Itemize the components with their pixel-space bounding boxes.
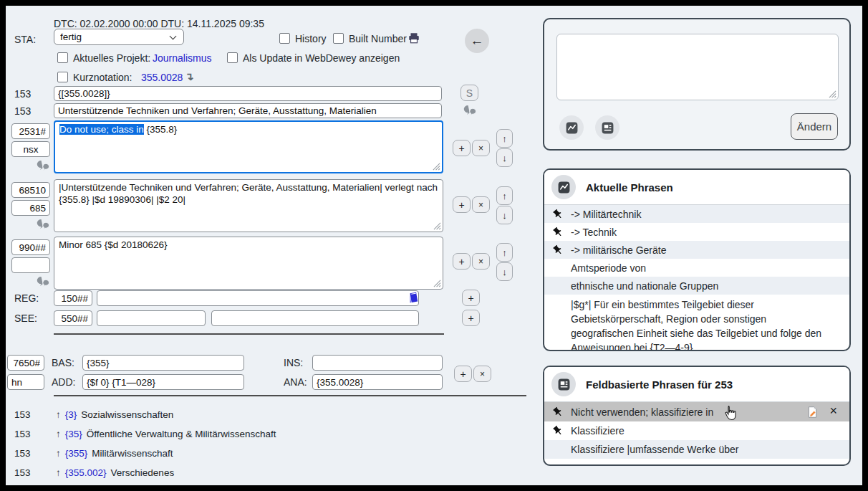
tag-input-68510[interactable]	[11, 182, 50, 198]
corner-arrow-icon[interactable]: ↴	[185, 70, 194, 83]
see-value-input-1[interactable]	[97, 310, 206, 326]
pushpin-icon[interactable]	[552, 244, 564, 256]
close-icon[interactable]: ×	[829, 404, 837, 419]
move-up-button[interactable]: ↑	[496, 243, 513, 262]
panel-title: Aktuelle Phrasen	[586, 181, 673, 194]
move-up-button[interactable]: ↑	[496, 129, 513, 148]
up-arrow-icon: ↑	[56, 467, 61, 478]
resize-grip-icon[interactable]	[433, 222, 441, 230]
phrase-item[interactable]: -> Technik	[544, 223, 849, 241]
add-reg-button[interactable]: +	[462, 290, 480, 306]
comment-bubble-icon[interactable]	[37, 160, 50, 171]
index-book-icon[interactable]	[408, 292, 420, 304]
comment-bubble-icon[interactable]	[37, 219, 50, 229]
phrase-item[interactable]: ethnische und nationale Gruppen	[544, 277, 849, 295]
resize-grip-icon[interactable]	[829, 90, 836, 98]
chart-zigzag-icon	[551, 175, 576, 199]
subtag-input-nsx[interactable]	[11, 141, 50, 157]
dtc-dtu-timestamps: DTC: 02.02.2000 00:00 DTU: 14.11.2025 09…	[54, 18, 264, 29]
comment-textarea[interactable]	[556, 34, 839, 100]
bas-input[interactable]	[82, 355, 244, 371]
see-tag-input[interactable]	[54, 310, 92, 326]
subtag-input-hn[interactable]	[7, 374, 44, 390]
aktuelles-projekt-checkbox[interactable]	[57, 52, 68, 63]
phrase-item[interactable]: |$g*| Für ein bestimmtes Teilgebiet dies…	[544, 295, 849, 351]
hierarchy-number-link[interactable]: {35}	[65, 429, 82, 439]
add-see-button[interactable]: +	[462, 310, 480, 326]
hierarchy-number-link[interactable]: {355}	[65, 448, 88, 459]
phrase-item[interactable]: -> Militärtechnik	[544, 205, 849, 223]
resize-grip-icon[interactable]	[433, 163, 440, 171]
add-synth-button[interactable]: +	[454, 366, 472, 382]
edit-document-icon[interactable]	[807, 406, 818, 418]
phrase-item[interactable]: Klassifiziere |umfassende Werke über	[544, 440, 849, 459]
comment-bubble-icon[interactable]	[463, 105, 477, 115]
pushpin-icon[interactable]	[552, 406, 564, 418]
minor-note-textarea[interactable]: Minor 685 {$d 20180626}	[54, 237, 443, 290]
als-update-checkbox[interactable]	[227, 52, 238, 63]
see-value-input-2[interactable]	[211, 310, 419, 326]
add-field-button[interactable]: +	[453, 196, 471, 213]
phrase-item[interactable]: Amtsperiode von	[544, 259, 849, 277]
note-rest-text: {355.8}	[144, 124, 178, 135]
tag-input-7650[interactable]	[7, 355, 44, 371]
remove-field-button[interactable]: ×	[472, 140, 490, 156]
move-down-button[interactable]: ↓	[496, 206, 513, 224]
phrase-item[interactable]: -> militärische Geräte	[544, 241, 849, 259]
move-up-button[interactable]: ↑	[496, 186, 513, 205]
als-update-label: Als Update in WebDewey anzeigen	[243, 52, 400, 64]
panel-title: Feldbasierte Phrasen für 253	[586, 378, 733, 391]
add-input[interactable]	[82, 374, 244, 390]
ins-input[interactable]	[312, 355, 443, 371]
s-button[interactable]: S	[460, 85, 478, 101]
print-icon[interactable]	[408, 32, 420, 44]
comment-bubble-icon[interactable]	[37, 276, 50, 287]
field-phrases-toggle-button[interactable]	[595, 115, 619, 140]
section-divider	[54, 395, 526, 396]
kurznotation-checkbox[interactable]	[57, 72, 68, 82]
note-textarea-focused[interactable]: Do not use; class in {355.8}	[54, 120, 443, 173]
subtag-input-685[interactable]	[11, 200, 50, 216]
pushpin-icon[interactable]	[552, 425, 564, 437]
back-button[interactable]: ←	[465, 29, 489, 53]
remove-synth-button[interactable]: ×	[473, 366, 491, 382]
phrase-text: -> militärische Geräte	[571, 244, 666, 256]
phrase-item-highlighted[interactable]: Nicht verwenden; klassifiziere in ×	[544, 402, 849, 421]
move-down-button[interactable]: ↓	[496, 262, 513, 281]
ins-label: INS:	[284, 357, 303, 368]
number-input[interactable]	[54, 86, 442, 101]
caption-input[interactable]	[54, 103, 442, 118]
status-select[interactable]: fertig	[54, 29, 184, 45]
history-note-textarea[interactable]: |Unterstützende Techniken und Verfahren;…	[54, 179, 443, 232]
hierarchy-number-link[interactable]: {355.002}	[65, 467, 107, 478]
remove-field-button[interactable]: ×	[472, 253, 490, 270]
built-number-checkbox[interactable]	[333, 33, 344, 44]
kurznotation-link[interactable]: 355.0028	[141, 72, 183, 83]
up-arrow-icon: ↑	[56, 448, 61, 459]
remove-field-button[interactable]: ×	[472, 196, 490, 213]
resize-grip-icon[interactable]	[433, 280, 441, 287]
history-checkbox[interactable]	[279, 33, 290, 44]
add-field-button[interactable]: +	[453, 140, 471, 156]
pushpin-icon[interactable]	[552, 227, 564, 238]
reg-value-input[interactable]	[97, 290, 419, 306]
minor-note-text: Minor 685 {$d 20180626}	[59, 239, 168, 250]
hierarchy-row: 153 ↑ {355} Militärwissenschaft	[14, 448, 173, 459]
section-divider	[54, 333, 444, 335]
phrase-item[interactable]: Klassifiziere	[544, 421, 849, 440]
reg-tag-input[interactable]	[54, 290, 92, 306]
move-down-button[interactable]: ↓	[496, 148, 513, 167]
hierarchy-number-link[interactable]: {3}	[65, 409, 77, 420]
change-button[interactable]: Ändern	[791, 113, 838, 140]
tag-input-2531[interactable]	[11, 123, 50, 139]
aktuelles-projekt-link[interactable]: Journalismus	[153, 52, 211, 64]
add-field-button[interactable]: +	[453, 253, 471, 270]
pushpin-icon[interactable]	[552, 209, 564, 220]
reg-label: REG:	[14, 292, 39, 304]
tag-input-990[interactable]	[11, 239, 50, 255]
hierarchy-tag: 153	[14, 429, 52, 439]
ana-input[interactable]	[312, 374, 443, 390]
phrases-toggle-button[interactable]	[559, 115, 584, 140]
up-arrow-icon: ↑	[56, 429, 61, 439]
subtag-input-empty[interactable]	[11, 257, 50, 273]
